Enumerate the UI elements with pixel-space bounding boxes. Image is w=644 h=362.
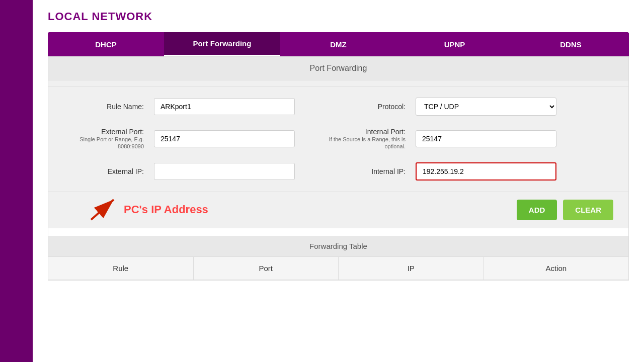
- tab-ddns[interactable]: DDNS: [513, 32, 629, 56]
- rule-name-label: Rule Name:: [63, 103, 144, 111]
- row-ports: External Port: Single Port or Range, E.g…: [48, 122, 628, 156]
- protocol-group: Protocol: TCP / UDP TCP UDP: [325, 98, 613, 116]
- add-button[interactable]: ADD: [517, 200, 557, 220]
- table-section: Forwarding Table Rule Port IP Action: [48, 236, 628, 280]
- internal-ip-label: Internal IP:: [325, 167, 406, 175]
- section-header: Port Forwarding: [48, 57, 628, 80]
- tab-upnp[interactable]: UPNP: [396, 32, 513, 56]
- external-ip-input[interactable]: [154, 163, 295, 180]
- external-port-label: External Port: Single Port or Range, E.g…: [63, 128, 144, 150]
- tab-dhcp[interactable]: DHCP: [48, 32, 164, 56]
- action-row: PC's IP Address ADD CLEAR: [48, 192, 628, 228]
- row-ips: External IP: Internal IP:: [48, 156, 628, 187]
- row-rule-protocol: Rule Name: Protocol: TCP / UDP TCP UDP: [48, 92, 628, 122]
- main-content: LOCAL NETWORK DHCP Port Forwarding DMZ U…: [33, 0, 644, 362]
- sidebar: [0, 0, 33, 362]
- internal-port-input[interactable]: [416, 130, 556, 147]
- internal-port-label: Internal Port: If the Source is a Range,…: [325, 128, 406, 150]
- col-action: Action: [484, 257, 629, 280]
- protocol-label: Protocol:: [325, 103, 406, 111]
- table-title: Forwarding Table: [48, 236, 628, 257]
- col-rule: Rule: [48, 257, 194, 280]
- external-ip-label: External IP:: [63, 167, 144, 175]
- page-title: LOCAL NETWORK: [48, 10, 629, 23]
- internal-port-group: Internal Port: If the Source is a Range,…: [325, 128, 613, 150]
- svg-line-1: [91, 200, 114, 220]
- clear-button[interactable]: CLEAR: [563, 200, 613, 220]
- arrow-icon: [89, 197, 119, 222]
- internal-ip-group: Internal IP:: [325, 162, 613, 180]
- annotation-area: PC's IP Address: [89, 197, 208, 222]
- col-ip: IP: [339, 257, 484, 280]
- annotation-text: PC's IP Address: [124, 203, 208, 216]
- spacer: [48, 80, 628, 86]
- content-area: Port Forwarding Rule Name: Protocol: TCP…: [48, 56, 629, 281]
- col-port: Port: [194, 257, 339, 280]
- internal-ip-input[interactable]: [416, 162, 556, 180]
- rule-name-input[interactable]: [154, 98, 295, 115]
- tab-port-forwarding[interactable]: Port Forwarding: [164, 32, 280, 56]
- nav-tabs: DHCP Port Forwarding DMZ UPNP DDNS: [48, 32, 629, 56]
- external-port-input[interactable]: [154, 130, 295, 147]
- tab-dmz[interactable]: DMZ: [280, 32, 396, 56]
- table-header-row: Rule Port IP Action: [48, 257, 628, 280]
- form-area: Rule Name: Protocol: TCP / UDP TCP UDP E…: [48, 86, 628, 192]
- protocol-select[interactable]: TCP / UDP TCP UDP: [416, 98, 556, 116]
